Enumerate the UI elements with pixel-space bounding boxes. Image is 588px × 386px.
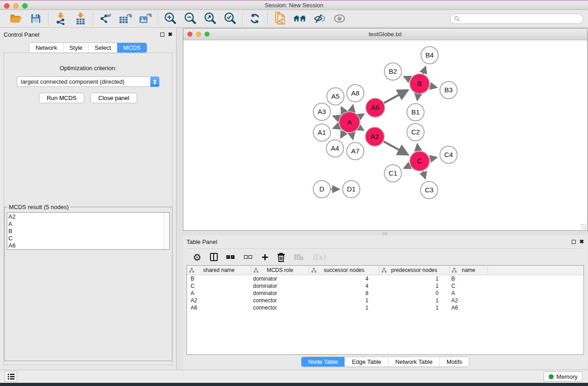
edge-C-C3[interactable] [423, 171, 425, 178]
refresh-icon[interactable] [248, 12, 262, 25]
edge-A-A6[interactable] [359, 114, 364, 117]
edge-C-C2[interactable] [417, 144, 418, 151]
close-window-button[interactable] [4, 3, 10, 9]
import-table-icon[interactable] [74, 12, 87, 25]
table-row[interactable]: A6connector11A6 [187, 304, 583, 311]
float-panel-icon[interactable] [160, 33, 164, 37]
edge-A6-B[interactable] [384, 90, 407, 103]
table-tab-edge-table[interactable]: Edge Table [344, 357, 388, 367]
edge-A-A8[interactable] [352, 105, 353, 111]
result-item[interactable]: A6 [9, 242, 169, 249]
zoom-selected-icon[interactable] [223, 12, 237, 25]
edge-C-C4[interactable] [430, 157, 436, 159]
result-item[interactable]: A [9, 220, 169, 228]
search-box[interactable] [450, 14, 583, 24]
resize-grip-icon[interactable] [581, 224, 586, 229]
zoom-fit-icon[interactable] [203, 12, 217, 25]
node-C3[interactable]: C3 [421, 181, 438, 199]
result-item[interactable]: A2 [9, 213, 169, 220]
select-all-icon[interactable] [226, 255, 235, 259]
close-panel-icon[interactable]: ✖ [168, 32, 172, 37]
network-close-button[interactable] [187, 32, 192, 37]
node-A2[interactable]: A2 [365, 127, 384, 146]
column-header-predecessor-nodes[interactable]: predecessor nodes [379, 266, 449, 275]
new-network-icon[interactable] [273, 12, 287, 25]
table-float-icon[interactable] [572, 240, 576, 244]
node-A6[interactable]: A6 [366, 98, 385, 117]
edge-A2-C[interactable] [383, 142, 407, 155]
zoom-out-icon[interactable] [183, 12, 197, 25]
run-mcds-button[interactable]: Run MCDS [39, 93, 84, 103]
add-column-icon[interactable]: + [262, 253, 268, 262]
table-row[interactable]: Bdominator41B [187, 275, 583, 282]
home-icon[interactable] [293, 12, 306, 25]
node-A7[interactable]: A7 [347, 143, 364, 160]
edge-A-A2[interactable] [359, 128, 363, 130]
node-B1[interactable]: B1 [407, 104, 424, 121]
network-maximize-button[interactable] [205, 32, 210, 37]
column-header-MCDS-role[interactable]: MCDS role [251, 266, 309, 275]
delete-column-icon[interactable] [277, 253, 285, 262]
node-A4[interactable]: A4 [326, 140, 344, 157]
node-B[interactable]: B [410, 74, 430, 94]
save-session-icon[interactable] [29, 12, 43, 25]
node-A1[interactable]: A1 [313, 124, 330, 141]
edge-B-B4[interactable] [423, 67, 426, 74]
column-header-name[interactable]: name [449, 266, 488, 275]
node-D[interactable]: D [313, 181, 330, 198]
node-table[interactable]: shared nameMCDS rolesuccessor nodesprede… [186, 265, 584, 355]
edge-B-B3[interactable] [430, 86, 436, 87]
search-input[interactable] [462, 16, 583, 22]
edge-A-A7[interactable] [352, 133, 353, 139]
network-minimize-button[interactable] [196, 32, 201, 37]
node-C1[interactable]: C1 [384, 165, 402, 182]
hide-graphics-details-icon[interactable] [313, 12, 326, 25]
table-row[interactable]: A2connector11A2 [187, 297, 583, 304]
delete-table-icon[interactable] [294, 254, 304, 261]
node-D1[interactable]: D1 [343, 181, 360, 198]
deselect-all-icon[interactable] [244, 255, 253, 259]
node-C2[interactable]: C2 [407, 124, 424, 141]
result-list-scrollbar[interactable] [163, 213, 169, 249]
split-column-icon[interactable] [210, 253, 218, 261]
tab-style[interactable]: Style [63, 43, 88, 52]
edge-C-C1[interactable] [404, 166, 411, 168]
node-C[interactable]: C [410, 151, 430, 171]
table-tab-motifs[interactable]: Motifs [439, 357, 469, 367]
result-item[interactable]: B [9, 228, 169, 235]
column-header-successor-nodes[interactable]: successor nodes [309, 266, 379, 275]
edge-A-A1[interactable] [333, 126, 339, 128]
edge-B-B2[interactable] [404, 76, 411, 79]
tab-select[interactable]: Select [88, 43, 117, 52]
table-row[interactable]: Adominator80A [187, 290, 583, 297]
edge-B-B1[interactable] [417, 94, 418, 100]
show-graphics-details-icon[interactable] [333, 12, 346, 25]
tab-network[interactable]: Network [29, 43, 63, 52]
divider-handle[interactable] [382, 232, 387, 235]
node-A5[interactable]: A5 [327, 88, 344, 105]
node-A[interactable]: A [339, 112, 360, 133]
function-builder-icon[interactable]: f(x) [312, 253, 325, 262]
export-table-icon[interactable] [119, 12, 132, 25]
optimization-criterion-select[interactable]: largest connected component (directed) [17, 76, 159, 87]
node-A3[interactable]: A3 [313, 103, 330, 120]
result-item[interactable]: C [9, 235, 169, 242]
table-close-icon[interactable]: ✖ [579, 239, 584, 244]
edge-A-A5[interactable] [341, 107, 344, 113]
edge-A-A3[interactable] [333, 116, 339, 119]
close-panel-button[interactable]: Close panel [91, 93, 137, 103]
node-B3[interactable]: B3 [440, 81, 457, 99]
node-A8[interactable]: A8 [347, 85, 364, 102]
table-settings-icon[interactable]: ⚙ [193, 253, 201, 262]
network-canvas[interactable]: B4B2BB3B1C2A5A8A6A3AA1A2A4A7C4CC1C3DD1 [183, 40, 587, 230]
node-C4[interactable]: C4 [440, 146, 457, 163]
mcds-result-list[interactable]: A2ABCA6 [7, 212, 170, 250]
table-row[interactable]: Cdominator41C [187, 282, 583, 290]
column-header-shared-name[interactable]: shared name [187, 266, 251, 275]
memory-button[interactable]: Memory [544, 372, 583, 381]
minimize-window-button[interactable] [13, 3, 19, 9]
maximize-window-button[interactable] [22, 3, 28, 9]
node-B2[interactable]: B2 [384, 63, 402, 80]
open-session-icon[interactable] [9, 12, 23, 25]
import-network-icon[interactable] [54, 12, 67, 25]
